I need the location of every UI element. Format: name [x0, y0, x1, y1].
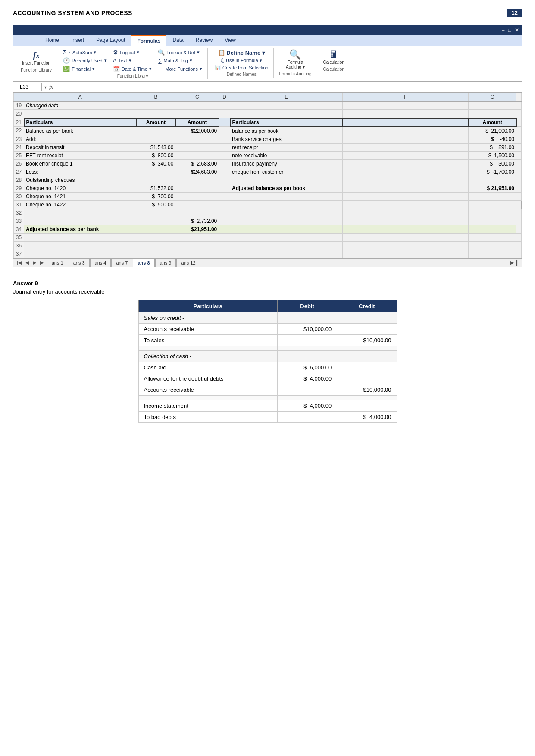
cell-b21[interactable]: Amount: [136, 118, 175, 127]
tab-data[interactable]: Data: [166, 35, 189, 46]
cell-g23[interactable]: $ -40.00: [469, 135, 516, 143]
cell-d27[interactable]: [219, 168, 230, 176]
cell-e31[interactable]: [230, 200, 343, 209]
cell-e19[interactable]: [230, 101, 343, 110]
sheet-tab-ans8[interactable]: ans 8: [133, 259, 154, 267]
cell-e29[interactable]: Adjusted balance as per book: [230, 184, 343, 192]
table-row[interactable]: 24 Deposit in transit $1,543.00 rent rec…: [14, 143, 522, 151]
table-row[interactable]: 37: [14, 250, 522, 258]
math-button[interactable]: ∑ Math & Trig ▾: [156, 57, 204, 64]
tab-view[interactable]: View: [219, 35, 242, 46]
col-header-d[interactable]: D: [219, 93, 230, 102]
cell-a27[interactable]: Less:: [24, 168, 136, 176]
cell-f34[interactable]: [343, 225, 469, 233]
cell-g24[interactable]: $ 891.00: [469, 143, 516, 151]
col-header-c[interactable]: C: [175, 93, 219, 102]
cell-g25[interactable]: $ 1,500.00: [469, 151, 516, 159]
table-row[interactable]: 29 Cheque no. 1420 $1,532.00 Adjusted ba…: [14, 184, 522, 192]
sheet-tab-ans4[interactable]: ans 4: [90, 259, 111, 267]
cell-a34[interactable]: Adjusted balance as per bank: [24, 225, 136, 233]
sheet-tab-ans3[interactable]: ans 3: [69, 259, 90, 267]
cell-f32[interactable]: [343, 209, 469, 217]
cell-b31[interactable]: $ 500.00: [136, 200, 175, 209]
sheet-nav-next[interactable]: ▶: [31, 259, 38, 266]
cell-d35[interactable]: [219, 233, 230, 241]
cell-a28[interactable]: Outstanding cheques: [24, 176, 136, 184]
cell-c25[interactable]: [175, 151, 219, 159]
cell-f33[interactable]: [343, 217, 469, 225]
table-row[interactable]: 20: [14, 110, 522, 118]
cell-g33[interactable]: [469, 217, 516, 225]
cell-d32[interactable]: [219, 209, 230, 217]
cell-c37[interactable]: [175, 250, 219, 258]
cell-d28[interactable]: [219, 176, 230, 184]
formula-input[interactable]: [56, 84, 519, 90]
cell-f28[interactable]: [343, 176, 469, 184]
cell-f30[interactable]: [343, 192, 469, 200]
cell-g30[interactable]: [469, 192, 516, 200]
cell-a23[interactable]: Add:: [24, 135, 136, 143]
cell-b29[interactable]: $1,532.00: [136, 184, 175, 192]
recently-used-button[interactable]: 🕑 Recently Used ▾: [61, 57, 109, 64]
define-name-button[interactable]: 📋 Define Name ▾: [216, 49, 268, 57]
cell-b33[interactable]: [136, 217, 175, 225]
cell-c33[interactable]: $ 2,732.00: [175, 217, 219, 225]
cell-d37[interactable]: [219, 250, 230, 258]
col-header-f[interactable]: F: [343, 93, 469, 102]
cell-c29[interactable]: [175, 184, 219, 192]
sheet-nav-first[interactable]: |◀: [15, 259, 23, 266]
cell-f19[interactable]: [343, 101, 469, 110]
cell-c28[interactable]: [175, 176, 219, 184]
cell-b22[interactable]: [136, 127, 175, 135]
cell-d24[interactable]: [219, 143, 230, 151]
cell-c23[interactable]: [175, 135, 219, 143]
col-header-a[interactable]: A: [24, 93, 136, 102]
formula-auditing-button[interactable]: 🔍 FormulaAuditing ▾: [283, 49, 307, 70]
cell-d34[interactable]: [219, 225, 230, 233]
cell-g22[interactable]: $ 21,000.00: [469, 127, 516, 135]
table-row[interactable]: 25 EFT rent receipt $ 800.00 note receiv…: [14, 151, 522, 159]
insert-function-button[interactable]: fx Insert Function: [20, 49, 52, 66]
cell-e30[interactable]: [230, 192, 343, 200]
table-row[interactable]: 34 Adjusted balance as per bank $21,951.…: [14, 225, 522, 233]
tab-home[interactable]: Home: [39, 35, 65, 46]
cell-a32[interactable]: [24, 209, 136, 217]
cell-a25[interactable]: EFT rent receipt: [24, 151, 136, 159]
cell-a19[interactable]: Changed data -: [24, 101, 175, 110]
table-row[interactable]: 22 Balance as per bank $22,000.00 balanc…: [14, 127, 522, 135]
cell-c26[interactable]: $ 2,683.00: [175, 159, 219, 168]
financial-button[interactable]: 💹 Financial ▾: [61, 65, 109, 72]
cell-e36[interactable]: [230, 241, 343, 250]
col-header-g[interactable]: G: [469, 93, 516, 102]
cell-g20[interactable]: [469, 110, 516, 118]
cell-f25[interactable]: [343, 151, 469, 159]
cell-d31[interactable]: [219, 200, 230, 209]
cell-a33[interactable]: [24, 217, 136, 225]
cell-e35[interactable]: [230, 233, 343, 241]
cell-c19[interactable]: [175, 101, 219, 110]
tab-review[interactable]: Review: [190, 35, 219, 46]
cell-a24[interactable]: Deposit in transit: [24, 143, 136, 151]
cell-e37[interactable]: [230, 250, 343, 258]
cell-d36[interactable]: [219, 241, 230, 250]
cell-a30[interactable]: Cheque no. 1421: [24, 192, 136, 200]
cell-e24[interactable]: rent receipt: [230, 143, 343, 151]
table-row[interactable]: 26 Book error cheque 1 $ 340.00 $ 2,683.…: [14, 159, 522, 168]
cell-b23[interactable]: [136, 135, 175, 143]
table-row[interactable]: 28 Outstanding cheques: [14, 176, 522, 184]
sheet-tab-ans7[interactable]: ans 7: [111, 259, 132, 267]
tab-formulas[interactable]: Formulas: [131, 35, 166, 46]
table-row[interactable]: 32: [14, 209, 522, 217]
cell-c24[interactable]: [175, 143, 219, 151]
minimize-btn[interactable]: −: [502, 27, 505, 33]
cell-d23[interactable]: [219, 135, 230, 143]
cell-d30[interactable]: [219, 192, 230, 200]
cell-e28[interactable]: [230, 176, 343, 184]
cell-f35[interactable]: [343, 233, 469, 241]
cell-g29[interactable]: $ 21,951.00: [469, 184, 516, 192]
sheet-tab-ans12[interactable]: ans 12: [176, 259, 200, 267]
cell-e21[interactable]: Particulars: [230, 118, 343, 127]
cell-b26[interactable]: $ 340.00: [136, 159, 175, 168]
create-from-selection-button[interactable]: 📊 Create from Selection: [213, 64, 270, 71]
cell-e23[interactable]: Bank service charges: [230, 135, 343, 143]
